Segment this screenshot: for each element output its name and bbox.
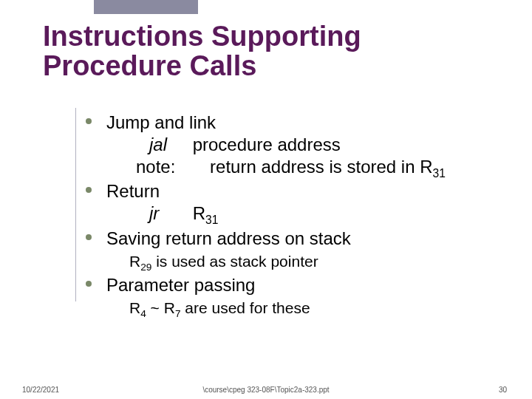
reg: R	[129, 253, 140, 270]
bullet-dot-icon	[86, 281, 92, 287]
jr-line: jr R31	[83, 202, 519, 227]
bullet-text: Return	[106, 181, 160, 201]
vertical-rule	[75, 108, 76, 301]
note-reg: R	[420, 157, 432, 177]
accent-bar	[94, 0, 198, 14]
bullet-text: Saving return address on stack	[106, 228, 351, 248]
bullet-return: Return	[83, 180, 519, 202]
reg-a: R	[129, 299, 140, 316]
title-line-1: Instructions Supporting	[43, 21, 361, 52]
bullet-save-return: Saving return address on stack	[83, 228, 519, 250]
op-jal: jal	[149, 134, 188, 156]
slide-title: Instructions Supporting Procedure Calls	[43, 22, 361, 81]
jr-reg: R	[193, 203, 205, 223]
jal-note: note: return address is stored in R31	[83, 156, 519, 180]
bullet-param-passing: Parameter passing	[83, 274, 519, 296]
title-line-2: Procedure Calls	[43, 50, 256, 81]
param-text: are used for these	[180, 299, 310, 316]
footer-path: \course\cpeg 323-08F\Topic2a-323.ppt	[0, 386, 532, 394]
bullet-text: Parameter passing	[106, 275, 255, 295]
note-text: return address is stored in	[210, 157, 420, 177]
jal-arg: procedure address	[193, 134, 341, 154]
note-reg-sub: 31	[433, 167, 446, 180]
bullet-dot-icon	[86, 234, 92, 240]
op-jr: jr	[149, 202, 188, 225]
bullet-dot-icon	[86, 187, 92, 193]
bullet-jump-and-link: Jump and link	[83, 112, 519, 134]
bullet-dot-icon	[86, 118, 92, 124]
slide-body: Jump and link jal procedure address note…	[83, 112, 519, 321]
sp-text: is used as stack pointer	[151, 253, 318, 270]
stack-pointer-line: R29 is used as stack pointer	[83, 251, 519, 275]
footer-page: 30	[499, 386, 507, 394]
jr-reg-sub: 31	[205, 214, 218, 226]
reg-sub: 29	[140, 262, 151, 273]
reg-a-sub: 4	[140, 308, 146, 319]
jal-line: jal procedure address	[83, 134, 519, 156]
param-reg-line: R4 ~ R7 are used for these	[83, 298, 519, 321]
bullet-text: Jump and link	[106, 112, 216, 132]
note-label: note:	[136, 157, 175, 177]
reg-mid: ~ R	[146, 299, 175, 316]
